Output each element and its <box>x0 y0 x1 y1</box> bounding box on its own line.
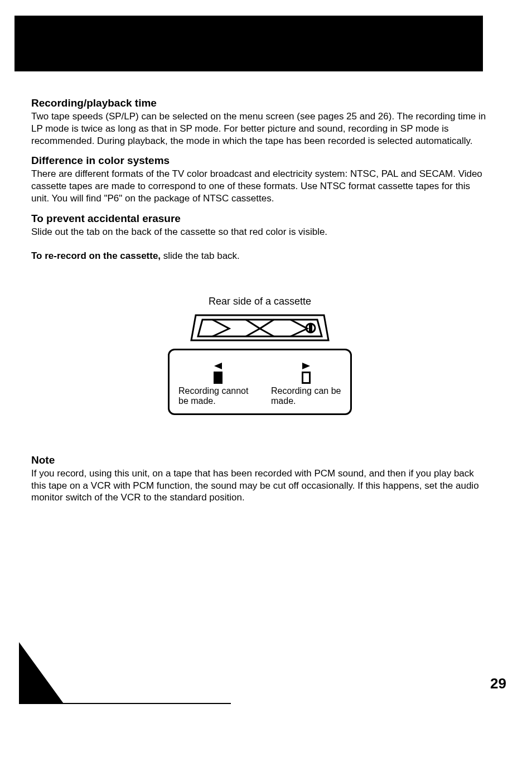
state-can-record: Recording can be made. <box>271 358 341 407</box>
heading-color-systems: Difference in color systems <box>31 155 489 167</box>
body-note: If you record, using this unit, on a tap… <box>31 467 489 504</box>
arrow-right-icon <box>302 363 310 369</box>
arrow-left-icon <box>214 363 222 369</box>
body-rerecord: To re-record on the cassette, slide the … <box>31 250 489 262</box>
tab-open-icon <box>302 372 311 384</box>
manual-page: Recording/playback time Two tape speeds … <box>0 0 532 776</box>
body-recording-time: Two tape speeds (SP/LP) can be selected … <box>31 110 489 147</box>
tab-closed-icon <box>214 372 223 384</box>
state-open-label: Recording can be made. <box>271 386 341 407</box>
header-black-bar <box>14 16 483 71</box>
heading-note: Note <box>31 454 489 466</box>
note-section: Note If you record, using this unit, on … <box>31 454 489 504</box>
footer-triangle-icon <box>13 642 231 709</box>
diagram-caption: Rear side of a cassette <box>159 296 360 307</box>
rerecord-lead: To re-record on the cassette, <box>31 250 161 261</box>
cassette-diagram: Rear side of a cassette <box>31 296 489 415</box>
page-number: 29 <box>490 675 506 692</box>
state-cannot-record: Recording cannot be made. <box>178 358 258 407</box>
page-content: Recording/playback time Two tape speeds … <box>31 89 489 507</box>
tab-states-box: Recording cannot be made. Recording can … <box>168 349 352 415</box>
cassette-rear-icon <box>190 310 330 343</box>
state-closed-label: Recording cannot be made. <box>178 386 258 407</box>
rerecord-rest: slide the tab back. <box>161 250 240 261</box>
body-color-systems: There are different formats of the TV co… <box>31 168 489 204</box>
heading-recording-time: Recording/playback time <box>31 97 489 109</box>
heading-erasure: To prevent accidental erasure <box>31 213 489 225</box>
body-erasure: Slide out the tab on the back of the cas… <box>31 226 489 238</box>
svg-rect-1 <box>309 324 312 332</box>
